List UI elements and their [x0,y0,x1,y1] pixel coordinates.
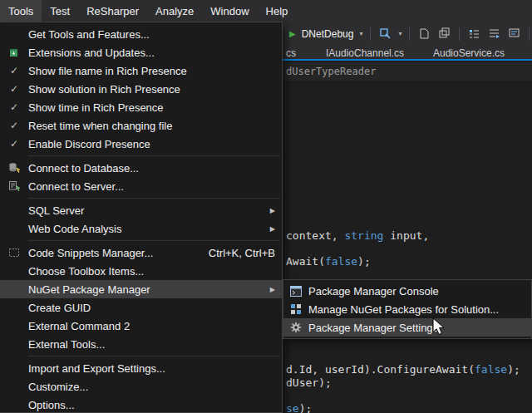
menu-item-label: SQL Server [28,204,260,217]
menu-item-sql-server[interactable]: SQL Server ▶ [0,201,282,219]
navbar-type-name[interactable]: dUserTypeReader [286,66,376,77]
menu-item-label: NuGet Package Manager [28,283,260,296]
tab-audioservice[interactable]: AudioService.cs [433,47,505,59]
check-icon: ✓ [10,120,18,131]
code-line: d.Id, userId).ConfigureAwait(false); [286,363,520,376]
menubar-item-tools[interactable]: Tools [0,0,42,22]
toolbar-separator [370,27,371,41]
menu-item-external-command-2[interactable]: External Command 2 [0,317,282,335]
code-line: se); [286,402,312,413]
menu-item-connect-to-database[interactable]: Connect to Database... [0,159,282,177]
submenu-arrow-icon: ▶ [267,207,275,214]
menu-item-show-time-rich-presence[interactable]: ✓ Show time in Rich Presence [0,98,282,116]
check-icon: ✓ [10,65,18,76]
open-file-icon[interactable] [417,27,431,41]
menu-separator [28,240,280,241]
menu-item-label: External Tools... [28,338,275,351]
menu-item-extensions-and-updates[interactable]: Extensions and Updates... [0,43,282,61]
code-line: dUser); [286,376,332,389]
menu-item-label: Show time in Rich Presence [28,101,275,114]
menu-item-label: Create GUID [28,302,275,314]
menu-item-label: Manage NuGet Packages for Solution... [308,303,525,316]
menu-item-web-code-analysis[interactable]: Web Code Analysis ▶ [0,219,282,238]
menu-item-label: Customize... [28,381,275,393]
menu-item-label: Show file name in Rich Presence [28,65,275,77]
menu-item-label: Connect to Server... [28,180,275,193]
menu-separator [28,155,280,156]
check-icon: ✓ [10,101,18,113]
parameter-info-icon[interactable] [487,27,501,41]
menu-item-import-and-export-settings[interactable]: Import and Export Settings... [0,359,282,377]
menu-item-show-file-name-rich-presence[interactable]: ✓ Show file name in Rich Presence [0,61,282,80]
extensions-icon [0,47,28,58]
menu-item-label: Options... [28,399,275,411]
toolbar-separator [409,27,410,41]
console-icon [283,286,308,297]
save-all-icon[interactable] [437,27,451,41]
snippets-icon [0,247,28,258]
menu-item-nuget-package-manager[interactable]: NuGet Package Manager ▶ [0,280,282,298]
submenu-item-manage-nuget-packages-for-solution[interactable]: Manage NuGet Packages for Solution... [283,300,531,318]
submenu-item-package-manager-settings[interactable]: Package Manager Settings [283,318,531,337]
menu-separator [28,356,280,356]
menu-item-create-guid[interactable]: Create GUID [0,298,282,317]
submenu-arrow-icon: ▶ [267,225,275,233]
menu-item-connect-to-server[interactable]: Connect to Server... [0,177,282,195]
tab-iaudiochannel[interactable]: IAudioChannel.cs [326,47,404,59]
toolbar-separator [459,27,460,41]
menu-item-label: Code Snippets Manager... [28,247,194,259]
gear-icon [283,322,308,333]
menu-item-customize[interactable]: Customize... [0,377,282,396]
menu-item-label: Connect to Database... [28,162,275,175]
tab-partial[interactable]: cs [286,47,296,59]
menu-item-shortcut: Ctrl+K, Ctrl+B [209,247,275,259]
menu-item-label: Extensions and Updates... [28,47,275,59]
menu-item-label: External Command 2 [28,320,275,332]
menu-item-code-snippets-manager[interactable]: Code Snippets Manager... Ctrl+K, Ctrl+B [0,243,282,262]
toolbar-separator [529,27,530,41]
menu-item-label: Package Manager Console [308,285,525,297]
code-line: context, string input, [286,229,429,242]
menu-item-enable-discord-presence[interactable]: ✓ Enable Discord Presence [0,135,282,153]
debug-target-dropdown[interactable]: DNetDebug [302,28,354,40]
menu-item-reset-time-when-changing-file[interactable]: ✓ Reset time when changing file [0,116,282,135]
menu-item-choose-toolbox-items[interactable]: Choose Toolbox Items... [0,262,282,280]
menu-item-label: Reset time when changing file [28,120,275,132]
menu-item-label: Web Code Analysis [28,223,260,235]
manage-packages-icon [283,303,308,315]
start-debug-icon[interactable]: ▶ [289,29,296,38]
menubar-item-test[interactable]: Test [42,0,78,22]
menu-item-label: Show solution in Rich Presence [28,83,275,96]
vs-window: Tools Test ReSharper Analyze Window Help… [0,0,532,413]
menu-bar: Tools Test ReSharper Analyze Window Help [0,0,532,22]
submenu-item-package-manager-console[interactable]: Package Manager Console [283,282,531,300]
menu-item-label: Package Manager Settings [308,322,525,334]
menubar-item-window[interactable]: Window [202,0,257,22]
menu-item-show-solution-rich-presence[interactable]: ✓ Show solution in Rich Presence [0,80,282,98]
menu-item-options[interactable]: Options... [0,396,282,413]
menu-separator [28,198,280,199]
check-icon: ✓ [10,83,18,95]
quick-info-icon[interactable] [507,27,521,41]
nuget-package-manager-submenu: Package Manager Console Manage NuGet Pac… [283,279,532,339]
menubar-item-resharper[interactable]: ReSharper [78,0,147,22]
menu-item-label: Get Tools and Features... [28,28,275,41]
find-caret-icon[interactable]: ▾ [398,30,401,37]
code-line: Await(false); [286,255,371,268]
tools-menu: Get Tools and Features... Extensions and… [0,22,283,413]
menu-item-label: Choose Toolbox Items... [28,265,275,278]
member-list-icon[interactable] [467,27,481,41]
menu-item-get-tools-and-features[interactable]: Get Tools and Features... [0,25,282,43]
menubar-item-help[interactable]: Help [258,0,297,22]
menu-item-label: Enable Discord Presence [28,138,275,150]
database-icon [0,162,28,174]
debug-target-caret-icon[interactable]: ▾ [359,30,362,37]
menubar-item-analyze[interactable]: Analyze [147,0,202,22]
menu-item-external-tools[interactable]: External Tools... [0,335,282,353]
menu-item-label: Import and Export Settings... [28,362,275,375]
submenu-arrow-icon: ▶ [267,286,275,293]
find-in-files-icon[interactable] [378,27,392,41]
server-icon [0,180,28,192]
check-icon: ✓ [10,138,18,150]
